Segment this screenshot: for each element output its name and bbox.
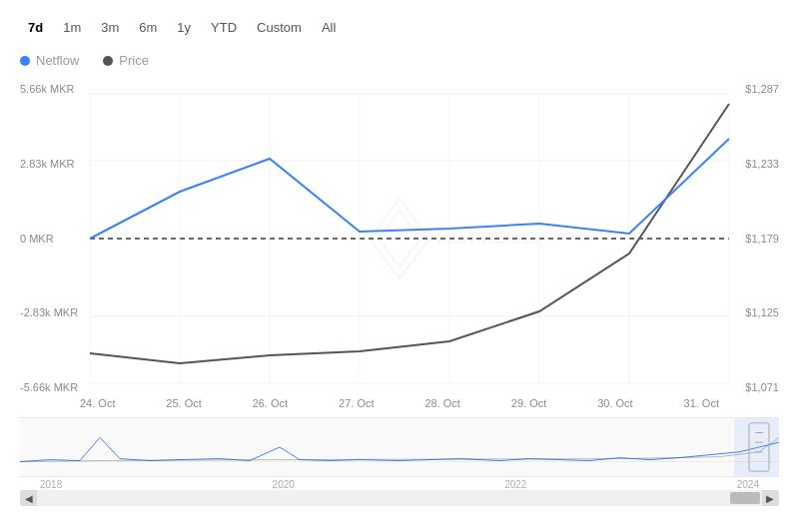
mini-x-2020: 2020 xyxy=(273,479,295,490)
price-label: Price xyxy=(119,53,149,68)
netflow-dot xyxy=(20,56,30,66)
mini-x-2024: 2024 xyxy=(737,479,759,490)
mini-x-axis: 2018 2020 2022 2024 xyxy=(20,477,779,490)
price-line xyxy=(90,104,729,363)
scroll-left-button[interactable]: ◀ xyxy=(21,490,37,506)
x-label-1: 25. Oct xyxy=(166,397,201,409)
x-label-6: 30. Oct xyxy=(597,397,632,409)
scroll-thumb[interactable] xyxy=(730,492,760,504)
scroll-track[interactable] xyxy=(37,490,762,506)
time-range-selector: 7d 1m 3m 6m 1y YTD Custom All xyxy=(20,16,779,39)
x-label-4: 28. Oct xyxy=(424,397,459,409)
legend-netflow: Netflow xyxy=(20,53,79,68)
btn-custom[interactable]: Custom xyxy=(249,16,310,39)
scrollbar[interactable]: ◀ ▶ xyxy=(20,490,779,506)
mini-x-2022: 2022 xyxy=(504,479,526,490)
btn-all[interactable]: All xyxy=(314,16,344,39)
netflow-label: Netflow xyxy=(36,53,79,68)
x-label-5: 29. Oct xyxy=(511,397,546,409)
btn-ytd[interactable]: YTD xyxy=(203,16,245,39)
x-label-3: 27. Oct xyxy=(339,397,374,409)
mini-chart-svg xyxy=(20,418,779,476)
btn-7d[interactable]: 7d xyxy=(20,16,51,39)
btn-3m[interactable]: 3m xyxy=(93,16,127,39)
main-chart: 5.66k MKR 2.83k MKR 0 MKR -2.83k MKR -5.… xyxy=(20,84,779,393)
btn-1m[interactable]: 1m xyxy=(55,16,89,39)
chart-area: 5.66k MKR 2.83k MKR 0 MKR -2.83k MKR -5.… xyxy=(20,84,779,506)
mini-x-2018: 2018 xyxy=(40,479,62,490)
x-label-2: 26. Oct xyxy=(253,397,288,409)
chart-svg: IntoTheBlock xyxy=(20,84,779,393)
btn-1y[interactable]: 1y xyxy=(169,16,199,39)
svg-rect-16 xyxy=(20,418,779,476)
chart-container: 7d 1m 3m 6m 1y YTD Custom All Netflow Pr… xyxy=(0,0,799,532)
x-label-7: 31. Oct xyxy=(684,397,719,409)
svg-rect-18 xyxy=(734,418,779,476)
mini-chart xyxy=(20,417,779,477)
price-dot xyxy=(103,56,113,66)
scroll-right-button[interactable]: ▶ xyxy=(762,490,778,506)
x-axis: 24. Oct 25. Oct 26. Oct 27. Oct 28. Oct … xyxy=(20,393,779,409)
x-label-0: 24. Oct xyxy=(80,397,115,409)
legend-price: Price xyxy=(103,53,149,68)
chart-legend: Netflow Price xyxy=(20,53,779,68)
btn-6m[interactable]: 6m xyxy=(131,16,165,39)
svg-text:IntoTheBlock: IntoTheBlock xyxy=(437,230,538,247)
